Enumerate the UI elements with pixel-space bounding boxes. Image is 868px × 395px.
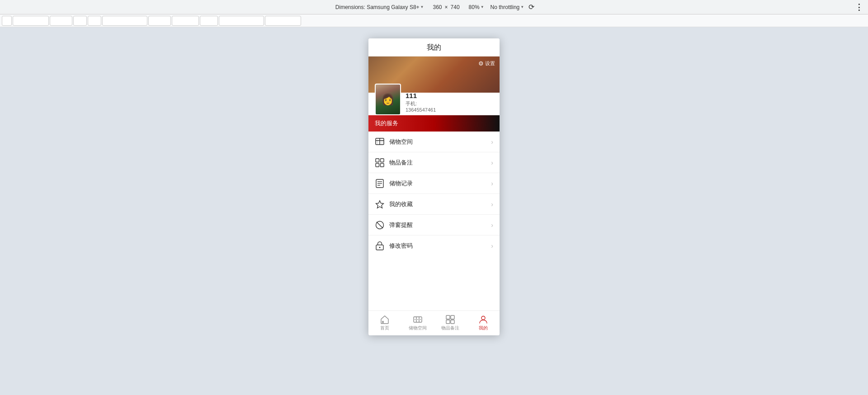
nav-item-register-icon [446,315,455,324]
user-name: 111 [406,92,436,99]
user-info: 111 手机: 13645547461 [406,92,436,115]
gear-icon: ⚙ [478,60,484,67]
locker-history-icon [375,179,385,188]
service-item-locker-space[interactable]: 储物空间 › [368,132,500,152]
address-bar-row [0,14,868,27]
svg-rect-5 [376,159,379,162]
svg-rect-8 [381,163,384,167]
service-item-locker-history[interactable]: 储物记录 › [368,173,500,194]
svg-point-17 [379,247,381,248]
services-section: 我的服务 储物空间 › [368,115,500,256]
addr-tab-9 [200,16,218,26]
toolbar-right: ⋮ [855,2,863,12]
service-list: 储物空间 › 物品备注 › [368,132,500,256]
more-options-button[interactable]: ⋮ [855,2,863,12]
nav-label-item-register: 物品备注 [441,325,459,331]
nav-label-my: 我的 [479,325,488,331]
avatar: 👩 [375,84,401,115]
addr-tab-3 [50,16,72,26]
addr-tab-7 [148,16,171,26]
reminder-arrow: › [491,221,493,229]
profile-header: ⚙ 设置 👩 111 手机: 13645547461 [368,56,500,115]
bottom-nav: 首页 储物空间 [368,310,500,335]
settings-button[interactable]: ⚙ 设置 [478,60,495,67]
item-register-icon [375,158,385,168]
reminder-label: 弹窗提醒 [389,221,491,229]
locker-history-label: 储物记录 [389,179,491,188]
locker-space-arrow: › [491,138,493,146]
zoom-arrow: ▼ [481,5,484,9]
locker-space-icon [375,137,385,147]
dimensions-selector[interactable]: Dimensions: Samsung Galaxy S8+ ▼ [334,3,426,11]
nav-my-icon [479,315,488,324]
throttling-label: No throttling [491,4,520,10]
nav-item-item-register[interactable]: 物品备注 [434,311,467,335]
main-area: 我的 ⚙ 设置 👩 111 手机: 13645547461 我的 [0,27,868,395]
my-favorites-arrow: › [491,201,493,208]
svg-rect-27 [451,320,454,324]
svg-rect-24 [446,315,450,319]
service-item-reminder[interactable]: 弹窗提醒 › [368,215,500,235]
service-item-my-favorites[interactable]: 我的收藏 › [368,194,500,215]
my-favorites-label: 我的收藏 [389,200,491,208]
svg-marker-13 [376,201,384,208]
locker-space-label: 储物空间 [389,138,491,146]
services-title: 我的服务 [375,119,398,127]
zoom-label: 80% [469,4,480,10]
svg-rect-25 [451,315,454,319]
nav-item-home[interactable]: 首页 [368,311,401,335]
nav-label-locker-space: 储物空间 [409,325,427,331]
dimensions-label: Dimensions: Samsung Galaxy S8+ [335,4,420,10]
locker-history-arrow: › [491,180,493,187]
phone-frame: 我的 ⚙ 设置 👩 111 手机: 13645547461 我的 [368,38,500,335]
addr-tab-1 [2,16,12,26]
viewport-height: 740 [451,4,460,10]
svg-rect-26 [446,320,450,324]
content-spacer [368,256,500,310]
addr-tab-11 [265,16,301,26]
nav-locker-space-icon [413,315,422,324]
rotate-button[interactable]: ⟳ [528,3,534,11]
change-password-arrow: › [491,242,493,249]
avatar-container: 👩 [375,84,401,115]
svg-point-28 [481,316,485,320]
services-header: 我的服务 [368,115,500,132]
phone-number: 13645547461 [406,107,436,113]
svg-point-23 [420,319,421,320]
settings-label: 设置 [485,60,495,67]
dimension-x: × [445,4,448,10]
nav-item-locker-space[interactable]: 储物空间 [401,311,434,335]
item-register-label: 物品备注 [389,159,491,167]
svg-rect-6 [381,159,384,162]
nav-label-home: 首页 [380,325,389,331]
svg-point-22 [417,319,418,320]
browser-toolbar: Dimensions: Samsung Galaxy S8+ ▼ 360 × 7… [0,0,868,14]
addr-tab-8 [172,16,199,26]
my-favorites-icon [375,199,385,209]
svg-point-21 [415,319,415,320]
addr-tab-5 [88,16,101,26]
svg-line-15 [377,222,383,228]
service-item-change-password[interactable]: 修改密码 › [368,235,500,256]
addr-tab-2 [13,16,49,26]
change-password-label: 修改密码 [389,242,491,250]
addr-tab-6 [102,16,147,26]
zoom-selector[interactable]: 80% ▼ [467,3,486,11]
page-title: 我的 [368,38,500,56]
svg-rect-7 [376,163,379,167]
avatar-emoji: 👩 [381,93,395,106]
phone-label: 手机: [406,100,436,107]
item-register-arrow: › [491,159,493,166]
toolbar-center: Dimensions: Samsung Galaxy S8+ ▼ 360 × 7… [334,3,534,11]
nav-item-my[interactable]: 我的 [467,311,500,335]
throttling-arrow: ▼ [520,5,524,9]
reminder-icon [375,220,385,230]
service-item-item-register[interactable]: 物品备注 › [368,152,500,173]
addr-tab-10 [219,16,264,26]
addr-tab-4 [73,16,87,26]
home-icon [380,315,389,324]
viewport-width: 360 [433,4,442,10]
throttling-selector[interactable]: No throttling ▼ [489,3,526,11]
change-password-icon [375,241,385,251]
dimensions-arrow: ▼ [420,5,424,9]
